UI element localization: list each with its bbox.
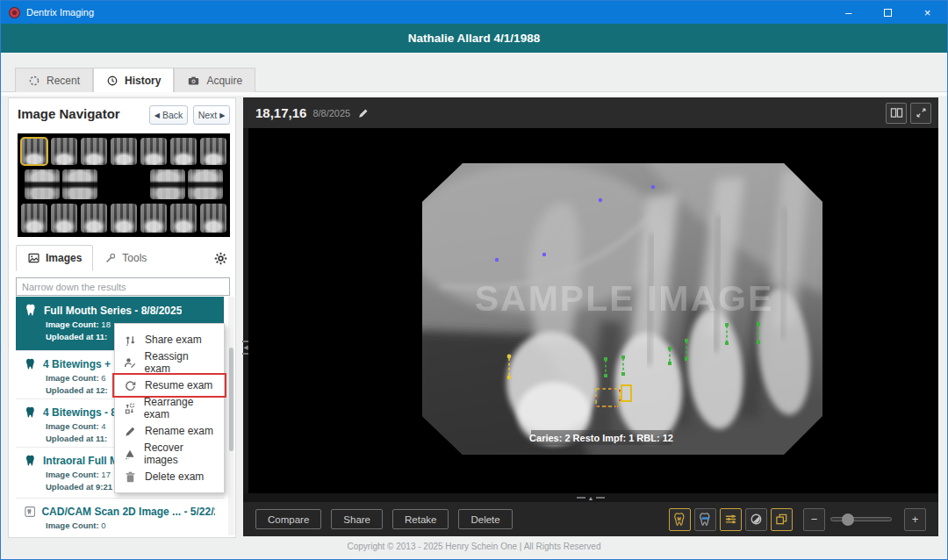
viewer-toolbar: Compare Share Retake Delete xyxy=(243,502,938,536)
minimize-button[interactable]: – xyxy=(829,1,868,24)
thumbnail[interactable] xyxy=(140,138,167,165)
collapse-bottom-handle[interactable]: ▲ xyxy=(243,493,938,502)
gear-icon xyxy=(213,251,228,266)
recover-images-icon xyxy=(124,448,136,461)
viewer-panel: 18,17,16 8/8/2025 ◀ xyxy=(243,97,938,536)
tooth-icon xyxy=(25,358,37,370)
thumbnail[interactable] xyxy=(51,204,77,233)
next-button[interactable]: Next▶ xyxy=(193,105,230,125)
retake-button[interactable]: Retake xyxy=(392,509,449,529)
patient-name: Nathalie Allard 4/1/1988 xyxy=(408,32,540,45)
tooth-icon xyxy=(25,304,38,317)
patient-banner: Nathalie Allard 4/1/1988 xyxy=(1,24,947,53)
fullscreen-button[interactable] xyxy=(910,103,931,124)
panel-title: Image Navigator xyxy=(18,106,120,121)
exam-title: 4 Bitewings - 8 xyxy=(43,406,117,419)
exam-title: Full Mouth Series - 8/8/2025 xyxy=(44,305,182,317)
menu-share-exam[interactable]: Share exam xyxy=(115,328,224,351)
thumbnail-bitewing[interactable] xyxy=(62,169,97,199)
viewer-date: 8/8/2025 xyxy=(312,108,350,118)
edit-title-button[interactable] xyxy=(357,107,370,119)
menu-resume-exam[interactable]: Resume exam xyxy=(115,374,224,397)
zoom-slider-thumb[interactable] xyxy=(842,513,854,526)
thumbnail[interactable] xyxy=(200,204,226,233)
resume-exam-icon xyxy=(124,379,137,392)
thumbnail[interactable] xyxy=(81,204,107,233)
compare-button[interactable]: Compare xyxy=(255,509,321,529)
app-title: Dentrix Imaging xyxy=(26,7,94,18)
menu-share-label: Share exam xyxy=(145,334,202,346)
image-navigator-panel: Image Navigator ◀Back Next▶ xyxy=(8,97,236,538)
findings-label: Caries: 2 Resto Impf: 1 RBL: 12 xyxy=(529,433,673,443)
thumbnail[interactable] xyxy=(81,138,107,165)
app-window: Dentrix Imaging – × Nathalie Allard 4/1/… xyxy=(0,0,948,560)
refresh-dashed-icon xyxy=(28,75,40,87)
thumbnail-bitewing[interactable] xyxy=(188,169,223,199)
thumbnail-selected[interactable] xyxy=(21,138,47,165)
thumbnail[interactable] xyxy=(200,138,226,165)
viewer-title: 18,17,16 xyxy=(255,105,306,120)
tab-history[interactable]: History xyxy=(93,68,174,92)
xray-viewer[interactable]: SAMPLE IMAGE xyxy=(248,128,938,493)
settings-button[interactable] xyxy=(213,251,228,266)
menu-delete-label: Delete exam xyxy=(145,470,204,483)
thumbnail[interactable] xyxy=(51,138,77,165)
search-input[interactable] xyxy=(16,277,230,296)
wrench-icon xyxy=(104,252,117,264)
thumbnail[interactable] xyxy=(21,204,47,233)
tab-acquire-label: Acquire xyxy=(206,75,242,87)
tooth-implant-icon xyxy=(699,513,712,527)
menu-rename-label: Rename exam xyxy=(145,425,213,437)
tab-tools-label: Tools xyxy=(122,252,147,264)
tile-view-icon xyxy=(890,107,903,118)
thumbnail[interactable] xyxy=(170,204,197,233)
menu-recover-label: Recover images xyxy=(144,442,215,466)
thumbnail-bitewing[interactable] xyxy=(150,169,185,199)
thumbnail[interactable] xyxy=(140,204,167,233)
tooth-numbers-button[interactable] xyxy=(669,508,691,531)
tab-recent[interactable]: Recent xyxy=(15,68,93,92)
exam-title: CAD/CAM Scan 2D Image ... - 5/22/2025 xyxy=(41,506,215,518)
tile-view-button[interactable] xyxy=(886,103,907,124)
tab-images-label: Images xyxy=(46,252,82,264)
tab-acquire[interactable]: Acquire xyxy=(174,68,255,92)
duplicate-button[interactable] xyxy=(771,508,793,531)
delete-exam-icon xyxy=(124,470,137,484)
list-scrollbar[interactable] xyxy=(228,297,234,535)
menu-rearrange-exam[interactable]: Rearrange exam xyxy=(115,397,224,420)
adjustments-button[interactable] xyxy=(720,508,742,531)
menu-recover-images[interactable]: Recover images xyxy=(115,442,224,465)
zoom-out-button[interactable]: − xyxy=(803,508,825,531)
menu-delete-exam[interactable]: Delete exam xyxy=(115,465,224,488)
maximize-button[interactable] xyxy=(868,1,908,24)
thumbnail[interactable] xyxy=(111,204,137,233)
contrast-button[interactable] xyxy=(745,508,767,531)
maximize-icon xyxy=(884,9,892,17)
next-label: Next xyxy=(198,110,218,120)
close-button[interactable]: × xyxy=(908,1,947,24)
menu-reassign-label: Reassign exam xyxy=(145,350,215,375)
back-button[interactable]: ◀Back xyxy=(149,105,188,125)
layers-icon xyxy=(775,513,788,526)
list-scrollbar-thumb[interactable] xyxy=(229,348,233,451)
exam-item[interactable]: CAD/CAM Scan 2D Image ... - 5/22/2025 Im… xyxy=(16,499,224,535)
thumbnail-bitewing[interactable] xyxy=(25,169,60,199)
app-icon xyxy=(9,7,20,18)
fms-thumbnail-grid xyxy=(18,133,230,237)
share-button[interactable]: Share xyxy=(331,509,383,529)
sample-watermark: SAMPLE IMAGE xyxy=(475,278,774,319)
menu-reassign-exam[interactable]: Reassign exam xyxy=(115,351,224,374)
menu-rename-exam[interactable]: Rename exam xyxy=(115,420,224,442)
rename-exam-icon xyxy=(124,425,137,438)
tab-images[interactable]: Images xyxy=(16,245,93,271)
exam-context-menu: Share exam Reassign exam Resume exam Rea… xyxy=(114,323,225,493)
delete-button[interactable]: Delete xyxy=(458,509,512,529)
thumbnail[interactable] xyxy=(170,138,197,165)
tab-history-label: History xyxy=(125,75,161,87)
exam-title: 4 Bitewings + xyxy=(43,358,111,370)
zoom-in-button[interactable]: + xyxy=(904,508,926,531)
thumbnail[interactable] xyxy=(111,138,137,165)
tab-tools[interactable]: Tools xyxy=(93,245,158,271)
implant-overlay-button[interactable] xyxy=(694,508,716,531)
zoom-slider[interactable] xyxy=(830,517,892,521)
